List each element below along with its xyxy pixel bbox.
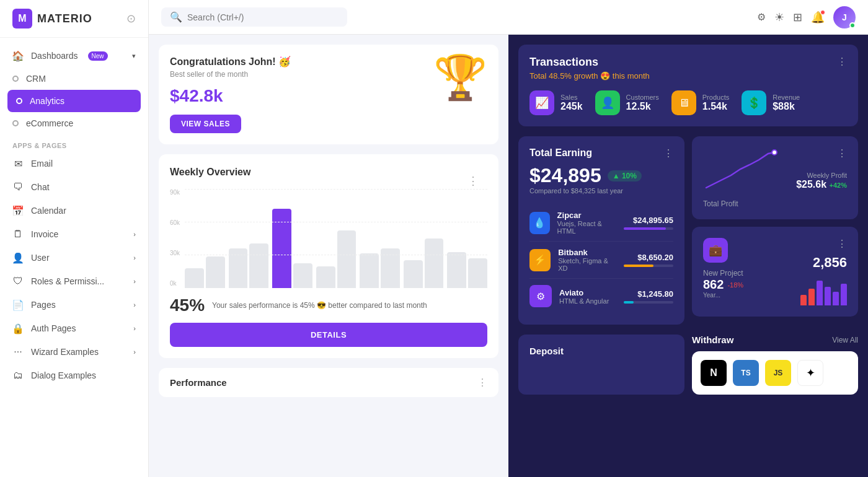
sidebar-item-wizard[interactable]: ··· Wizard Examples › — [0, 340, 148, 364]
congrats-title: Congratulations John! 🥳 — [170, 56, 433, 68]
search-bar[interactable]: 🔍 — [161, 7, 347, 27]
email-icon: ✉ — [12, 158, 24, 169]
withdraw-title: Withdraw — [692, 335, 733, 345]
bar-7b — [468, 258, 487, 288]
chat-label: Chat — [31, 182, 50, 192]
deposit-header: Deposit — [529, 346, 673, 356]
roles-label: Roles & Permissi... — [31, 276, 104, 286]
topbar-actions: ⚙ ☀ ⊞ 🔔 J — [757, 6, 856, 28]
bitbank-progress-wrap — [624, 265, 673, 267]
customers-icon: 👤 — [595, 90, 620, 115]
deposit-card: Deposit — [518, 335, 684, 395]
transactions-card: Transactions ⋮ Total 48.5% growth 😍 this… — [518, 45, 858, 126]
project-left: 💼 New Project 862 -18% Year... — [703, 238, 743, 305]
transactions-more-icon[interactable]: ⋮ — [837, 56, 847, 68]
profit-values: Weekly Profit $25.6k +42% — [796, 172, 847, 190]
weekly-more-icon[interactable]: ⋮ — [467, 174, 479, 188]
app-name: MATERIO — [37, 12, 92, 25]
project-more-icon[interactable]: ⋮ — [837, 239, 847, 249]
aviato-sub: HTML & Angular — [559, 297, 609, 305]
sales-icon: 📈 — [529, 90, 554, 115]
sidebar-item-dialog[interactable]: 🗂 Dialog Examples — [0, 364, 148, 387]
revenue-label: Revenue — [773, 94, 800, 101]
notification-icon[interactable]: 🔔 — [811, 11, 825, 24]
project-year: Year... — [703, 292, 743, 299]
sidebar-item-dashboards[interactable]: 🏠 Dashboards New ▾ — [0, 44, 148, 68]
sales-label: Sales — [560, 94, 583, 101]
bar-3b — [293, 263, 312, 288]
earning-title: Total Earning — [529, 147, 592, 159]
stat-revenue-values: Revenue $88k — [773, 94, 800, 112]
stat-sales-values: Sales 245k — [560, 94, 583, 112]
sidebar-item-user[interactable]: 👤 User › — [0, 246, 148, 269]
calendar-icon: 📅 — [12, 205, 24, 216]
bar-6b — [425, 239, 444, 288]
sidebar-item-calendar[interactable]: 📅 Calendar — [0, 199, 148, 222]
sidebar-item-analytics[interactable]: Analytics — [7, 90, 141, 112]
aviato-info: Aviato HTML & Angular — [559, 288, 609, 305]
earning-more-icon[interactable]: ⋮ — [663, 147, 673, 159]
performance-header: Performance ⋮ — [170, 377, 487, 388]
sidebar-item-ecommerce[interactable]: eCommerce — [0, 112, 148, 134]
email-label: Email — [31, 159, 53, 168]
sidebar-item-invoice[interactable]: 🗒 Invoice › — [0, 222, 148, 246]
revenue-icon: 💲 — [742, 90, 766, 115]
congrats-card: Congratulations John! 🥳 Best seller of t… — [159, 45, 498, 144]
invoice-label: Invoice — [31, 229, 58, 239]
bar-chart-area — [185, 189, 487, 288]
bar-1a — [185, 268, 204, 288]
calendar-label: Calendar — [31, 206, 66, 216]
search-input[interactable] — [187, 12, 339, 22]
left-panel: Congratulations John! 🥳 Best seller of t… — [149, 35, 508, 477]
record-icon[interactable]: ⊙ — [126, 12, 136, 25]
view-sales-button[interactable]: VIEW SALES — [170, 115, 241, 133]
grid-icon[interactable]: ⊞ — [793, 11, 802, 24]
new-badge: New — [88, 51, 108, 61]
auth-label: Auth Pages — [31, 323, 76, 333]
bitbank-name: Bitbank — [558, 248, 616, 257]
chevron-icon: › — [133, 325, 136, 332]
total-profit-label: Total Profit — [703, 199, 847, 208]
zipcar-sub: Vuejs, React & HTML — [557, 220, 616, 235]
brightness-icon[interactable]: ☀ — [774, 11, 784, 24]
home-icon: 🏠 — [12, 50, 24, 61]
avatar[interactable]: J — [833, 6, 856, 28]
profit-more-icon[interactable]: ⋮ — [837, 148, 847, 159]
sidebar-item-crm[interactable]: CRM — [0, 68, 148, 90]
sidebar-item-roles[interactable]: 🛡 Roles & Permissi... › — [0, 269, 148, 293]
middle-row: Total Earning ⋮ $24,895 ▲ 10% Compared t… — [518, 136, 858, 325]
sidebar-nav: 🏠 Dashboards New ▾ CRM Analytics eCommer… — [0, 38, 148, 477]
right-panel: Transactions ⋮ Total 48.5% growth 😍 this… — [508, 35, 868, 477]
performance-more-icon[interactable]: ⋮ — [477, 377, 487, 388]
details-button[interactable]: DETAILS — [170, 323, 487, 347]
congrats-amount: $42.8k — [170, 86, 433, 106]
dashboard-body: Congratulations John! 🥳 Best seller of t… — [149, 35, 868, 477]
circle-icon — [16, 98, 22, 104]
sidebar-item-chat[interactable]: 🗨 Chat — [0, 175, 148, 199]
chevron-icon: › — [133, 230, 136, 238]
weekly-pct: 45% — [170, 295, 205, 315]
total-earning-card: Total Earning ⋮ $24,895 ▲ 10% Compared t… — [518, 136, 684, 325]
project-value: 862 — [703, 278, 724, 292]
user-icon: 👤 — [12, 252, 24, 263]
stat-customers: 👤 Customers 12.5k — [595, 90, 659, 115]
zipcar-logo: 💧 — [529, 212, 550, 234]
view-all-link[interactable]: View All — [832, 336, 858, 344]
project-title: New Project — [703, 269, 743, 278]
wizard-label: Wizard Examples — [31, 347, 99, 357]
withdraw-section: Withdraw View All N TS JS ✦ — [692, 335, 858, 395]
sidebar-item-auth[interactable]: 🔒 Auth Pages › — [0, 317, 148, 340]
earning-amount: $24,895 — [529, 164, 601, 187]
earning-header: Total Earning ⋮ — [529, 147, 673, 159]
wizard-icon: ··· — [12, 346, 24, 357]
bar-2b — [249, 243, 268, 288]
bar-group-6 — [404, 189, 444, 288]
chat-icon: 🗨 — [12, 182, 24, 193]
mini-bar-chart — [800, 274, 847, 305]
sidebar-item-pages[interactable]: 📄 Pages › — [0, 293, 148, 317]
sidebar-item-email[interactable]: ✉ Email — [0, 152, 148, 175]
topbar: 🔍 ⚙ ☀ ⊞ 🔔 J — [149, 0, 868, 35]
bar-4b — [337, 230, 356, 288]
stat-products: 🖥 Products 1.54k — [671, 90, 729, 115]
translate-icon[interactable]: ⚙ — [757, 11, 766, 23]
